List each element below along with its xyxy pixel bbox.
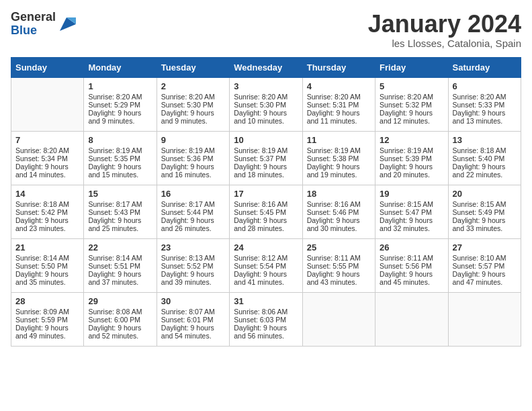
day-number: 21 [15, 242, 79, 253]
sunset-text: Sunset: 5:56 PM [380, 262, 443, 270]
daylight-text: Daylight: 9 hours and 13 minutes. [453, 109, 517, 125]
day-number: 9 [161, 135, 225, 145]
sunset-text: Sunset: 5:39 PM [380, 154, 443, 163]
title-block: January 2024 les Llosses, Catalonia, Spa… [368, 11, 521, 49]
sunset-text: Sunset: 5:55 PM [307, 262, 371, 270]
sunrise-text: Sunrise: 8:11 AM [380, 254, 443, 262]
day-number: 23 [161, 242, 225, 253]
calendar-cell: 17Sunrise: 8:16 AMSunset: 5:45 PMDayligh… [230, 185, 302, 238]
sunrise-text: Sunrise: 8:12 AM [234, 254, 298, 262]
sunrise-text: Sunrise: 8:15 AM [380, 200, 443, 208]
sunrise-text: Sunrise: 8:20 AM [15, 146, 79, 154]
day-number: 28 [15, 296, 79, 306]
day-number: 12 [380, 135, 443, 145]
day-number: 8 [88, 135, 152, 145]
calendar-cell: 8Sunrise: 8:19 AMSunset: 5:35 PMDaylight… [84, 131, 157, 185]
sunrise-text: Sunrise: 8:09 AM [15, 308, 79, 316]
sunrise-text: Sunrise: 8:11 AM [307, 254, 371, 262]
sunset-text: Sunset: 5:33 PM [453, 101, 517, 109]
calendar-cell: 23Sunrise: 8:13 AMSunset: 5:52 PMDayligh… [157, 238, 229, 292]
day-number: 31 [234, 296, 298, 306]
day-number: 1 [88, 81, 152, 91]
sunrise-text: Sunrise: 8:14 AM [15, 254, 79, 262]
calendar-cell: 29Sunrise: 8:08 AMSunset: 6:00 PMDayligh… [84, 292, 157, 346]
sunset-text: Sunset: 5:43 PM [88, 208, 152, 216]
calendar-cell: 20Sunrise: 8:15 AMSunset: 5:49 PMDayligh… [448, 185, 521, 238]
header-day-tuesday: Tuesday [157, 57, 229, 77]
sunrise-text: Sunrise: 8:17 AM [161, 200, 225, 208]
day-number: 10 [234, 135, 298, 145]
calendar-cell: 19Sunrise: 8:15 AMSunset: 5:47 PMDayligh… [375, 185, 448, 238]
calendar-cell: 10Sunrise: 8:19 AMSunset: 5:37 PMDayligh… [230, 131, 302, 185]
sunset-text: Sunset: 5:31 PM [307, 101, 371, 109]
daylight-text: Daylight: 9 hours and 56 minutes. [234, 324, 298, 340]
calendar-cell [11, 77, 84, 131]
header-row: SundayMondayTuesdayWednesdayThursdayFrid… [11, 57, 521, 77]
location-text: les Llosses, Catalonia, Spain [368, 38, 521, 49]
daylight-text: Daylight: 9 hours and 54 minutes. [161, 324, 225, 340]
calendar-cell: 26Sunrise: 8:11 AMSunset: 5:56 PMDayligh… [375, 238, 448, 292]
day-number: 15 [88, 189, 152, 199]
month-title: January 2024 [368, 11, 521, 38]
day-number: 30 [161, 296, 225, 306]
sunset-text: Sunset: 6:01 PM [161, 316, 225, 324]
daylight-text: Daylight: 9 hours and 33 minutes. [453, 216, 517, 232]
sunrise-text: Sunrise: 8:20 AM [161, 93, 225, 101]
daylight-text: Daylight: 9 hours and 23 minutes. [15, 216, 79, 232]
day-number: 20 [453, 189, 517, 199]
sunset-text: Sunset: 5:49 PM [453, 208, 517, 216]
day-number: 25 [307, 242, 371, 253]
calendar-cell: 3Sunrise: 8:20 AMSunset: 5:30 PMDaylight… [230, 77, 302, 131]
calendar-cell: 24Sunrise: 8:12 AMSunset: 5:54 PMDayligh… [230, 238, 302, 292]
calendar-cell: 15Sunrise: 8:17 AMSunset: 5:43 PMDayligh… [84, 185, 157, 238]
day-number: 29 [88, 296, 152, 306]
sunset-text: Sunset: 5:44 PM [161, 208, 225, 216]
sunset-text: Sunset: 5:40 PM [453, 154, 517, 163]
sunset-text: Sunset: 5:30 PM [161, 101, 225, 109]
calendar-cell: 1Sunrise: 8:20 AMSunset: 5:29 PMDaylight… [84, 77, 157, 131]
sunrise-text: Sunrise: 8:19 AM [161, 146, 225, 154]
sunrise-text: Sunrise: 8:20 AM [380, 93, 443, 101]
sunset-text: Sunset: 5:54 PM [234, 262, 298, 270]
sunrise-text: Sunrise: 8:08 AM [88, 308, 152, 316]
sunrise-text: Sunrise: 8:16 AM [307, 200, 371, 208]
calendar-cell: 14Sunrise: 8:18 AMSunset: 5:42 PMDayligh… [11, 185, 84, 238]
daylight-text: Daylight: 9 hours and 25 minutes. [88, 216, 152, 232]
sunrise-text: Sunrise: 8:07 AM [161, 308, 225, 316]
sunset-text: Sunset: 5:30 PM [234, 101, 298, 109]
calendar-week-2: 7Sunrise: 8:20 AMSunset: 5:34 PMDaylight… [11, 131, 521, 185]
calendar-cell: 31Sunrise: 8:06 AMSunset: 6:03 PMDayligh… [230, 292, 302, 346]
calendar-cell [375, 292, 448, 346]
sunset-text: Sunset: 5:29 PM [88, 101, 152, 109]
sunrise-text: Sunrise: 8:13 AM [161, 254, 225, 262]
sunrise-text: Sunrise: 8:20 AM [307, 93, 371, 101]
header-day-monday: Monday [84, 57, 157, 77]
calendar-week-3: 14Sunrise: 8:18 AMSunset: 5:42 PMDayligh… [11, 185, 521, 238]
daylight-text: Daylight: 9 hours and 43 minutes. [307, 270, 371, 286]
calendar-cell: 18Sunrise: 8:16 AMSunset: 5:46 PMDayligh… [302, 185, 375, 238]
daylight-text: Daylight: 9 hours and 39 minutes. [161, 270, 225, 286]
day-number: 3 [234, 81, 298, 91]
sunset-text: Sunset: 5:57 PM [453, 262, 517, 270]
daylight-text: Daylight: 9 hours and 47 minutes. [453, 270, 517, 286]
sunrise-text: Sunrise: 8:18 AM [453, 146, 517, 154]
sunset-text: Sunset: 6:03 PM [234, 316, 298, 324]
day-number: 19 [380, 189, 443, 199]
day-number: 24 [234, 242, 298, 253]
daylight-text: Daylight: 9 hours and 19 minutes. [307, 163, 371, 179]
calendar-cell: 25Sunrise: 8:11 AMSunset: 5:55 PMDayligh… [302, 238, 375, 292]
day-number: 4 [307, 81, 371, 91]
sunset-text: Sunset: 5:46 PM [307, 208, 371, 216]
calendar-cell [302, 292, 375, 346]
calendar-cell: 9Sunrise: 8:19 AMSunset: 5:36 PMDaylight… [157, 131, 229, 185]
sunset-text: Sunset: 5:36 PM [161, 154, 225, 163]
page-header: General Blue January 2024 les Llosses, C… [11, 11, 521, 49]
daylight-text: Daylight: 9 hours and 14 minutes. [15, 163, 79, 179]
calendar-cell: 4Sunrise: 8:20 AMSunset: 5:31 PMDaylight… [302, 77, 375, 131]
daylight-text: Daylight: 9 hours and 20 minutes. [380, 163, 443, 179]
sunset-text: Sunset: 5:45 PM [234, 208, 298, 216]
calendar-cell: 30Sunrise: 8:07 AMSunset: 6:01 PMDayligh… [157, 292, 229, 346]
day-number: 5 [380, 81, 443, 91]
sunset-text: Sunset: 5:52 PM [161, 262, 225, 270]
sunrise-text: Sunrise: 8:19 AM [307, 146, 371, 154]
